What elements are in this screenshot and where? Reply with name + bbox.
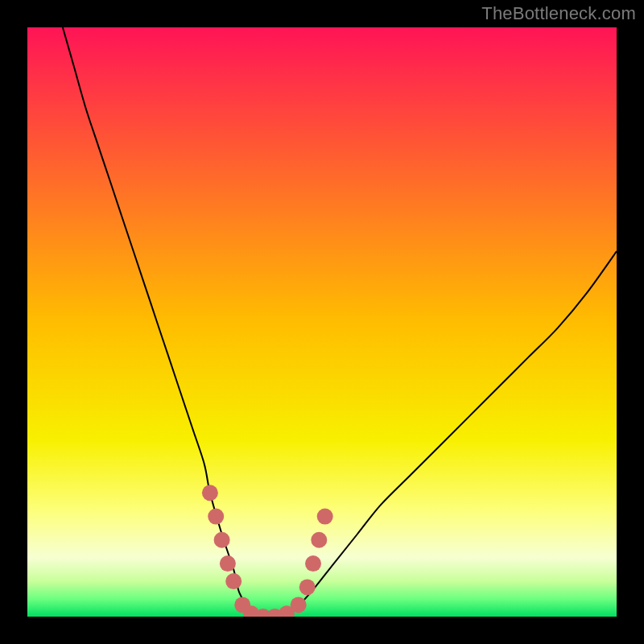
highlight-dot — [305, 555, 321, 572]
highlight-dot — [225, 573, 242, 589]
highlight-dot — [317, 509, 333, 525]
highlight-dot — [291, 597, 307, 613]
frame-border — [0, 617, 644, 644]
watermark-text: TheBottleneck.com — [481, 3, 636, 24]
highlight-dot — [311, 532, 327, 548]
frame-border — [0, 27, 27, 617]
frame-border — [617, 27, 644, 617]
chart-container: TheBottleneck.com — [0, 0, 644, 644]
highlight-dot — [299, 579, 316, 595]
highlight-dot — [220, 555, 236, 572]
highlight-dot — [208, 509, 224, 525]
plot-background — [27, 27, 617, 617]
highlight-dot — [202, 485, 218, 501]
highlight-dot — [214, 532, 230, 548]
bottleneck-chart — [0, 0, 644, 644]
